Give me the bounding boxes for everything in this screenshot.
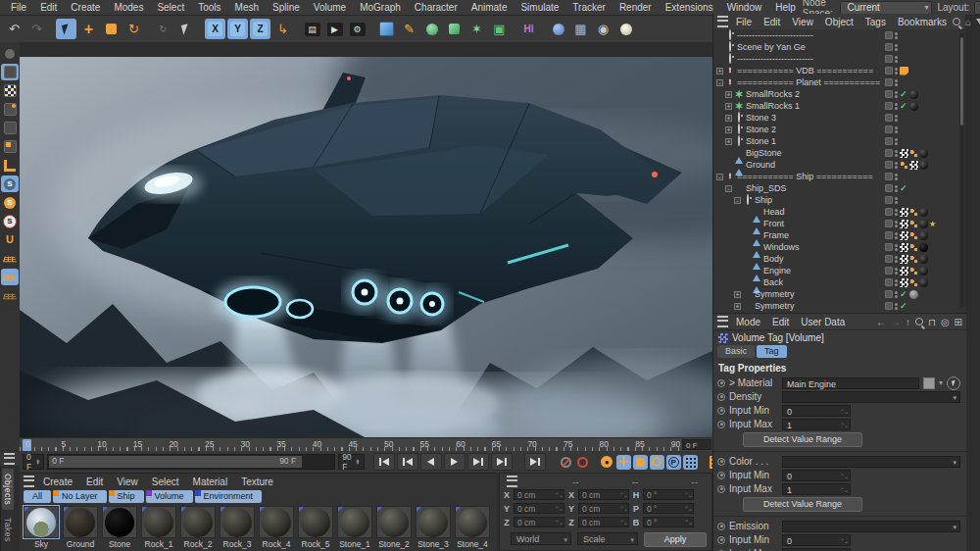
edit-toggle-icon[interactable] <box>885 302 893 310</box>
rotate-tool-icon[interactable]: ↻ <box>123 19 144 39</box>
visibility-dots-icon[interactable] <box>895 256 898 263</box>
check-tag-icon[interactable]: ✓ <box>900 184 908 193</box>
back-arrow-icon[interactable]: ← <box>876 317 886 327</box>
visibility-dots-icon[interactable] <box>895 185 898 192</box>
edit-toggle-icon[interactable] <box>885 278 893 286</box>
current-frame-field[interactable]: 0 F <box>682 439 711 450</box>
sphere-tag-icon[interactable] <box>919 278 928 287</box>
add-primitive-cube-icon[interactable] <box>376 19 397 39</box>
animate-toggle-icon[interactable] <box>717 485 725 493</box>
search-icon[interactable] <box>953 18 960 25</box>
coord-value-field[interactable]: 0 cm <box>578 503 629 514</box>
forward-arrow-icon[interactable]: → <box>891 317 901 327</box>
material-ground[interactable]: Ground <box>62 506 99 549</box>
checker-tag-icon[interactable] <box>900 267 908 276</box>
layout-dropdown[interactable]: Startup <box>974 1 980 15</box>
dots-tag-icon[interactable] <box>909 149 918 158</box>
animate-toggle-icon[interactable] <box>717 536 725 544</box>
edit-toggle-icon[interactable] <box>885 231 893 239</box>
edit-toggle-icon[interactable] <box>885 114 893 122</box>
x-axis-lock-icon[interactable]: X <box>205 19 225 39</box>
sphere-tag-icon[interactable] <box>909 90 918 99</box>
menu-item-window[interactable]: Window <box>720 2 769 13</box>
viewport-menu-icon[interactable] <box>4 453 15 465</box>
camera-object-icon[interactable]: ◉ <box>593 19 613 39</box>
object-tree-row[interactable]: BigStone <box>713 147 958 159</box>
edit-toggle-icon[interactable] <box>885 67 893 75</box>
scrollbar-thumb[interactable] <box>960 37 963 125</box>
edit-toggle-icon[interactable] <box>885 196 893 204</box>
z-axis-lock-icon[interactable]: Z <box>250 19 270 39</box>
sphere-grey-tag-icon[interactable] <box>909 290 918 299</box>
detect-value-range-button[interactable]: Detect Value Range <box>743 497 862 512</box>
pick-object-icon[interactable] <box>947 376 960 390</box>
object-tree-row[interactable]: +Stone 3 <box>713 112 958 124</box>
redo-icon[interactable]: ↷ <box>26 19 47 39</box>
coord-value-field[interactable]: 0 cm <box>514 503 564 514</box>
menu-item-animate[interactable]: Animate <box>465 2 514 13</box>
material-sky[interactable]: Sky <box>23 506 60 549</box>
object-tree-row[interactable]: -------------------------- <box>713 53 958 65</box>
object-tree-row[interactable]: Engine <box>713 265 958 276</box>
checker-tag-icon[interactable] <box>900 243 908 252</box>
polygons-mode-icon[interactable] <box>1 138 19 155</box>
live-selection-icon[interactable] <box>56 19 76 39</box>
magnet-snap-icon[interactable]: U <box>1 231 19 248</box>
visibility-dots-icon[interactable] <box>895 303 898 310</box>
material-stone_2[interactable]: Stone_2 <box>375 506 413 549</box>
attr-dropdown-field[interactable] <box>782 456 960 468</box>
detect-value-range-button[interactable]: Detect Value Range <box>743 432 862 447</box>
expand-toggle-icon[interactable]: + <box>716 68 723 75</box>
coord-value-field[interactable]: 0 cm <box>578 489 629 500</box>
home-icon[interactable]: ⌂ <box>965 17 971 27</box>
input-min-field[interactable]: 0 <box>782 534 851 546</box>
checker-tag-icon[interactable] <box>909 161 918 170</box>
snap-quantize-icon[interactable]: S <box>1 213 19 229</box>
volume-builder-icon[interactable]: ▣ <box>489 19 510 39</box>
object-menu-view[interactable]: View <box>786 17 819 27</box>
menu-item-create[interactable]: Create <box>64 2 107 13</box>
edit-toggle-icon[interactable] <box>885 43 893 51</box>
sphere-tag-icon[interactable] <box>919 208 928 217</box>
locked-workplane-icon[interactable] <box>1 269 19 285</box>
material-menu-texture[interactable]: Texture <box>234 476 280 487</box>
coordinates-menu-icon[interactable] <box>507 476 517 487</box>
material-rock_5[interactable]: Rock_5 <box>297 506 334 549</box>
edit-toggle-icon[interactable] <box>885 31 893 39</box>
preview-range-fill[interactable] <box>49 456 302 468</box>
edit-toggle-icon[interactable] <box>885 161 893 169</box>
preview-range-slider[interactable]: 0 F 90 F <box>47 454 335 470</box>
coord-value-field[interactable]: 0 cm <box>514 517 564 527</box>
layer-tab-volume[interactable]: Volume <box>146 490 193 503</box>
menu-item-select[interactable]: Select <box>150 2 191 13</box>
edit-toggle-icon[interactable] <box>885 125 893 133</box>
edit-toggle-icon[interactable] <box>885 78 893 86</box>
attr-dropdown-field[interactable] <box>782 521 960 532</box>
dots-tag-icon[interactable] <box>909 267 918 276</box>
material-menu-material[interactable]: Material <box>186 476 235 487</box>
apply-button[interactable]: Apply <box>644 532 707 547</box>
expand-toggle-icon[interactable]: + <box>725 115 732 122</box>
material-rock_3[interactable]: Rock_3 <box>219 506 256 549</box>
viewport-render[interactable] <box>20 57 712 437</box>
material-rock_2[interactable]: Rock_2 <box>179 506 217 549</box>
coord-mode-dropdown[interactable]: Scale <box>577 532 638 545</box>
panel-tab-objects[interactable]: Objects <box>2 469 14 510</box>
object-manager-menu-icon[interactable] <box>717 16 728 27</box>
sphere-tag-icon[interactable] <box>919 161 928 170</box>
menu-item-render[interactable]: Render <box>612 2 659 13</box>
layer-tab-all[interactable]: All <box>24 490 51 503</box>
edit-toggle-icon[interactable] <box>885 267 893 275</box>
visibility-dots-icon[interactable] <box>895 232 898 239</box>
edit-toggle-icon[interactable] <box>885 55 893 63</box>
edit-toggle-icon[interactable] <box>885 243 893 251</box>
lock-icon[interactable]: ⊓ <box>928 317 936 327</box>
object-tree-row[interactable]: Scene by Yan Ge <box>713 41 958 53</box>
dots-tag-icon[interactable] <box>909 243 918 252</box>
checker-tag-icon[interactable] <box>900 208 908 217</box>
material-menu-edit[interactable]: Edit <box>79 476 110 487</box>
model-mode-icon[interactable] <box>1 64 19 80</box>
planar-workplane-icon[interactable] <box>1 287 19 304</box>
edit-toggle-icon[interactable] <box>885 137 893 145</box>
key-rotation-button[interactable] <box>650 455 664 470</box>
